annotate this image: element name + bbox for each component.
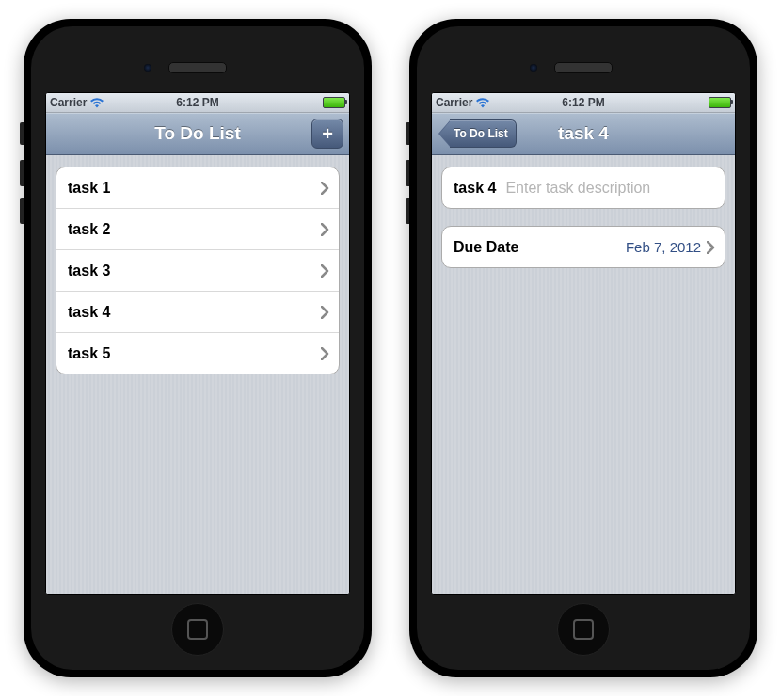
task-name-cell[interactable]: task 4	[442, 167, 725, 208]
phone-body: Carrier 6:12 PM To Do Lis	[417, 26, 750, 670]
mute-switch[interactable]	[406, 122, 409, 145]
back-button[interactable]: To Do List	[438, 119, 517, 148]
due-date-group: Due Date Feb 7, 2012	[441, 226, 725, 268]
nav-title: To Do List	[46, 123, 349, 144]
task-description-input[interactable]	[503, 179, 715, 198]
battery-icon	[323, 97, 345, 108]
phone-body: Carrier 6:12 PM To Do List +	[31, 26, 364, 670]
volume-up-button[interactable]	[406, 160, 409, 186]
volume-down-button[interactable]	[20, 198, 24, 224]
task-row[interactable]: task 5	[56, 333, 339, 374]
volume-down-button[interactable]	[406, 198, 409, 224]
front-camera	[144, 64, 151, 72]
iphone-device-left: Carrier 6:12 PM To Do List +	[24, 19, 372, 677]
wifi-icon	[476, 98, 489, 108]
list-content[interactable]: task 1 task 2 task 3 task 4	[46, 155, 349, 594]
home-button[interactable]	[557, 603, 610, 656]
due-date-cell[interactable]: Due Date Feb 7, 2012	[442, 227, 725, 267]
detail-content[interactable]: task 4 Due Date Feb 7, 2012	[432, 155, 735, 594]
add-button[interactable]: +	[311, 119, 343, 149]
task-name-label: task 4	[454, 180, 496, 197]
home-button[interactable]	[171, 603, 224, 656]
task-row[interactable]: task 4	[56, 292, 339, 333]
due-date-label: Due Date	[454, 239, 518, 256]
mute-switch[interactable]	[20, 122, 24, 145]
status-time: 6:12 PM	[562, 96, 604, 109]
status-bar: Carrier 6:12 PM	[432, 93, 735, 113]
iphone-device-right: Carrier 6:12 PM To Do Lis	[409, 19, 757, 677]
battery-icon	[709, 97, 731, 108]
carrier-label: Carrier	[436, 96, 472, 109]
status-bar: Carrier 6:12 PM	[46, 93, 349, 113]
task-row[interactable]: task 3	[56, 250, 339, 292]
back-chevron-icon	[438, 119, 451, 148]
task-label: task 3	[68, 262, 110, 279]
chevron-right-icon	[321, 264, 329, 278]
task-list-group: task 1 task 2 task 3 task 4	[56, 167, 340, 374]
screen: Carrier 6:12 PM To Do List +	[45, 92, 350, 595]
chevron-right-icon	[321, 223, 329, 236]
chevron-right-icon	[321, 182, 329, 195]
task-label: task 5	[68, 345, 110, 362]
chevron-right-icon	[321, 347, 329, 360]
plus-icon: +	[322, 123, 333, 145]
task-row[interactable]: task 2	[56, 209, 339, 250]
navigation-bar: To Do List +	[46, 113, 349, 155]
task-label: task 1	[68, 180, 110, 197]
status-time: 6:12 PM	[176, 96, 218, 109]
earpiece-speaker	[554, 62, 613, 73]
front-camera	[530, 64, 537, 72]
task-label: task 2	[68, 221, 110, 238]
task-row[interactable]: task 1	[56, 167, 339, 209]
carrier-label: Carrier	[50, 96, 87, 109]
volume-up-button[interactable]	[20, 160, 24, 186]
due-date-value: Feb 7, 2012	[626, 239, 701, 255]
navigation-bar: To Do List task 4	[432, 113, 735, 155]
chevron-right-icon	[321, 306, 329, 319]
back-button-label: To Do List	[450, 119, 517, 148]
screen: Carrier 6:12 PM To Do Lis	[431, 92, 736, 595]
wifi-icon	[90, 98, 104, 108]
task-name-group: task 4	[441, 167, 725, 209]
earpiece-speaker	[168, 62, 227, 73]
task-label: task 4	[68, 304, 110, 321]
chevron-right-icon	[707, 241, 715, 254]
